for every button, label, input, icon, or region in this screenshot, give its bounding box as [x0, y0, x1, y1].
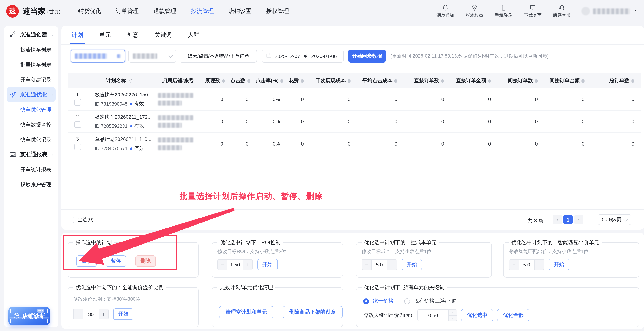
sort-control[interactable] [582, 79, 584, 83]
optimize-all-button[interactable]: 优化全部 [497, 309, 530, 321]
minus-button[interactable]: − [74, 309, 83, 319]
sort-control[interactable] [488, 79, 491, 83]
brand-suffix: (首页) [47, 9, 60, 15]
adjust-price-radio[interactable] [404, 298, 410, 304]
select-all-checkbox[interactable] [68, 216, 74, 223]
tab-creative[interactable]: 创意 [127, 26, 138, 44]
sidebar-group-jzt-create[interactable]: 京准通创建 › [6, 27, 56, 42]
premium-value[interactable]: 30 [83, 309, 99, 319]
sidebar-group-label: 京准通优化 [20, 91, 47, 98]
sort-control[interactable] [394, 79, 397, 83]
row-checkbox[interactable] [74, 99, 81, 106]
plus-button[interactable]: + [243, 260, 252, 269]
plan-table-wrap: 计划名称 归属店铺/账号 展现数 点击数 点击率(%) 花费 千次展现成本 平均… [68, 73, 644, 155]
calendar-icon [266, 53, 272, 59]
premium-start-button[interactable]: 开始 [113, 308, 134, 320]
adjust-price-label[interactable]: 现有价格上浮/下调 [414, 297, 457, 304]
nav-item-shop-settings[interactable]: 店铺设置 [228, 8, 252, 15]
date-range-picker[interactable]: 2025-12-07 至 2026-01-06 [262, 50, 344, 63]
minus-button[interactable]: − [218, 260, 227, 269]
sidebar-item-batch-create[interactable]: 批量快车创建 [4, 57, 58, 72]
sidebar-group-jzt-reports[interactable]: AD 京准通报表 › [6, 147, 56, 162]
phone-login-button[interactable]: 手机登录 [495, 4, 512, 19]
pagination-next-button[interactable]: › [574, 215, 584, 224]
pagination-page-1[interactable]: 1 [564, 215, 573, 224]
version-benefits-button[interactable]: 版本权益 [466, 4, 483, 19]
contact-support-button[interactable]: 联系客服 [553, 4, 571, 19]
sidebar: 京准通创建 › 极速快车创建 批量快车创建 开车创建记录 京准通优化 › 快车优… [4, 26, 58, 327]
sort-control[interactable] [348, 79, 350, 83]
sort-control[interactable] [631, 79, 634, 83]
spin-up-icon[interactable]: ▲ [449, 310, 457, 315]
delete-offshelf-creatives-button[interactable]: 删除商品下架的创意 [283, 306, 342, 318]
page-size-select[interactable]: 500条/页 [598, 214, 631, 225]
sort-control[interactable] [301, 79, 304, 83]
row-checkbox[interactable] [74, 144, 81, 150]
card-legend: 优化选中计划下：ROI控制 [218, 239, 283, 246]
sidebar-item-kuaiche-optimize-manage[interactable]: 快车优化管理 [4, 102, 58, 117]
sidebar-item-kuaiche-optimize-records[interactable]: 快车优化记录 [4, 132, 58, 147]
minus-button[interactable]: − [509, 260, 518, 269]
download-desktop-button[interactable]: 下载桌面 [524, 4, 542, 19]
tab-plan[interactable]: 计划 [72, 26, 83, 44]
roi-control-card: 优化选中计划下：ROI控制 修改目标ROI：支持小数点后2位 − 1.50 + … [212, 242, 343, 278]
pagination-prev-button[interactable]: ‹ [553, 215, 562, 224]
nav-item-traffic-management[interactable]: 投流管理 [191, 8, 214, 15]
keyword-bid-input[interactable]: 0.50 ▲ ▼ [418, 309, 458, 321]
optimize-selected-button[interactable]: 优化选中 [461, 309, 494, 321]
user-menu[interactable]: ✓ [582, 7, 637, 15]
account-select[interactable] [70, 50, 125, 63]
cell-direct-orders: 0 [404, 133, 451, 155]
notifications-button[interactable]: 消息通知 [436, 4, 454, 19]
sidebar-group-label: 京准通报表 [20, 151, 47, 158]
unified-price-label[interactable]: 统一价格 [373, 297, 394, 304]
sort-control[interactable] [441, 79, 444, 83]
filter-funnel-icon[interactable] [128, 78, 132, 83]
sidebar-item-create-records[interactable]: 开车创建记录 [4, 72, 58, 87]
tab-unit[interactable]: 单元 [99, 26, 111, 44]
paper-plane-icon [9, 91, 17, 98]
nav-item-authorization[interactable]: 授权管理 [266, 8, 289, 15]
clean-empty-plans-button[interactable]: 清理空计划和单元 [219, 306, 274, 318]
nav-item-listing-optimization[interactable]: 铺货优化 [78, 8, 101, 15]
sort-control[interactable] [535, 79, 538, 83]
cost-value[interactable]: 5.0 [371, 260, 388, 269]
smart-value[interactable]: 5.0 [518, 260, 535, 269]
premium-ratio-card: 优化选中计划下的：全能调价溢价比例 修改溢价比例：支持30%-300% − 30… [68, 287, 199, 327]
app-logo[interactable]: 速 [6, 5, 19, 18]
shop-account-redacted [151, 110, 205, 133]
tab-audience[interactable]: 人群 [188, 26, 200, 44]
quick-label: 联系客服 [553, 13, 571, 19]
sidebar-item-ad-account-manage[interactable]: 投放账户管理 [4, 177, 58, 192]
premium-hint: 修改溢价比例：支持30%-300% [73, 296, 140, 302]
roi-value[interactable]: 1.50 [227, 260, 243, 269]
metric-range-select[interactable]: 15天/点击/不含赠品/下单订单 [180, 50, 257, 63]
unified-price-radio[interactable] [363, 298, 369, 304]
sort-control[interactable] [280, 79, 284, 83]
chevron-down-icon [168, 53, 173, 58]
sort-control[interactable] [248, 79, 250, 83]
plus-button[interactable]: + [99, 309, 108, 319]
nav-item-order-management[interactable]: 订单管理 [116, 8, 139, 15]
sync-data-button[interactable]: 开始同步数据 [348, 50, 386, 63]
sidebar-item-kuaiche-data-monitor[interactable]: 快车数据监控 [4, 117, 58, 132]
roi-start-button[interactable]: 开始 [257, 259, 278, 270]
sidebar-item-drive-statistics-report[interactable]: 开车统计报表 [4, 162, 58, 177]
row-checkbox[interactable] [74, 121, 81, 128]
spin-down-icon[interactable]: ▼ [449, 315, 457, 321]
cell-ctr: 0% [256, 133, 287, 155]
cell-direct-orders: 0 [404, 110, 451, 133]
sidebar-item-express-create[interactable]: 极速快车创建 [4, 42, 58, 57]
sidebar-group-jzt-optimize[interactable]: 京准通优化 › [6, 87, 56, 102]
plus-button[interactable]: + [388, 260, 396, 269]
cell-indirect-orders: 0 [498, 133, 545, 155]
smart-start-button[interactable]: 开始 [549, 259, 569, 270]
shop-select[interactable] [128, 50, 176, 63]
nav-item-refund-management[interactable]: 退款管理 [153, 8, 176, 15]
sort-control[interactable] [222, 79, 225, 83]
tab-keyword[interactable]: 关键词 [154, 26, 172, 44]
cost-start-button[interactable]: 开始 [402, 259, 422, 270]
minus-button[interactable]: − [362, 260, 371, 269]
shop-diagnosis-button[interactable]: 店铺诊断 [8, 307, 50, 325]
plus-button[interactable]: + [535, 260, 544, 269]
